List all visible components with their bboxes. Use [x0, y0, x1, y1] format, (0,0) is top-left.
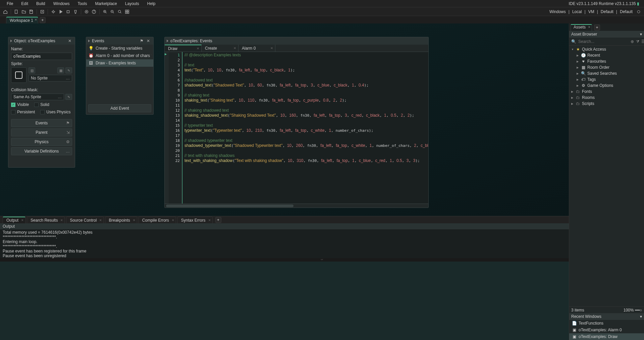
sprite-select[interactable]: No Sprite… [29, 75, 72, 81]
event-item-draw[interactable]: 🖼Draw - Examples texts [86, 59, 153, 67]
collapse-icon[interactable] [88, 40, 90, 42]
target-selector[interactable]: Windows | Local | VM | Default | Default [548, 8, 642, 15]
variable-definitions-button[interactable]: Variable Definitions… [11, 147, 72, 155]
asset-search-input[interactable] [578, 39, 629, 44]
parent-button[interactable]: Parent⇲ [11, 128, 72, 136]
recent-windows-header[interactable]: Recent Windows▾ [569, 313, 644, 320]
bottom-dock-splitter[interactable]: ︾ [0, 258, 644, 262]
quick-access-folder[interactable]: ▼★Quick Access [569, 46, 644, 52]
uses-physics-checkbox[interactable]: Uses Physics [40, 110, 70, 114]
close-icon[interactable]: ✕ [68, 39, 73, 43]
recent-item[interactable]: ▣oTextExamples: Alarm 0 [569, 327, 644, 333]
asset-tree[interactable]: ▼★Quick Access ▶🕘Recent ▶♥Favourites ▶▦R… [569, 46, 644, 306]
persistent-checkbox[interactable]: Persistent [11, 110, 35, 114]
output-tab-syntax[interactable]: Syntax Errors✕ [177, 217, 213, 223]
filter-icon[interactable]: ⧩ [636, 39, 639, 44]
breakpoint-gutter[interactable]: ▶ [165, 52, 169, 204]
close-icon[interactable]: ✕ [588, 25, 591, 29]
output-tab-search[interactable]: Search Results✕ [27, 217, 65, 223]
zoom-in-icon[interactable] [102, 8, 108, 15]
menu-windows[interactable]: Windows [49, 0, 74, 7]
folder-scripts[interactable]: ▶🗀Scripts [569, 101, 644, 107]
asset-browser-dropdown[interactable]: Asset Browser▾ [569, 31, 644, 38]
edit-image-button[interactable]: ✎ [65, 67, 72, 73]
visible-checkbox[interactable]: Visible [11, 102, 29, 107]
collapse-icon[interactable] [167, 40, 168, 42]
add-asset-icon[interactable]: ⊕ [631, 39, 634, 44]
save-icon[interactable] [28, 8, 35, 15]
edit-sprite-button[interactable]: ▦ [57, 67, 64, 73]
object-name-input[interactable]: oTextExamples [11, 53, 72, 60]
qa-recent[interactable]: ▶🕘Recent [569, 52, 644, 58]
recent-item[interactable]: 📄TextFunctions [569, 320, 644, 327]
output-tab-breakpoints[interactable]: Breakpoints✕ [105, 217, 137, 223]
qa-room-order[interactable]: ▶▦Room Order [569, 64, 644, 70]
assets-tab[interactable]: Assets✕ [571, 24, 592, 31]
collision-mask-select[interactable]: Same As Sprite… [11, 94, 64, 100]
add-workspace-button[interactable]: + [40, 17, 46, 23]
new-project-icon[interactable] [13, 8, 20, 15]
create-exe-icon[interactable] [39, 8, 46, 15]
events-button[interactable]: Events⚑ [11, 119, 72, 127]
code-tab-alarm0[interactable]: Alarm 0✕ [238, 45, 275, 52]
home-icon[interactable] [2, 8, 9, 15]
menu-icon[interactable]: ☰ [641, 39, 644, 44]
code-text[interactable]: /// @description Examples texts // text … [182, 52, 428, 204]
new-sprite-button[interactable]: ▧ [29, 67, 35, 73]
close-icon[interactable]: ✕ [35, 18, 37, 21]
add-event-button[interactable]: Add Event [88, 104, 151, 112]
output-tab-output[interactable]: Output✕ [3, 217, 25, 223]
clean-icon[interactable] [72, 8, 79, 15]
menu-layouts[interactable]: Layouts [121, 0, 143, 7]
workspace-tab[interactable]: Workspace 1✕ [6, 17, 38, 23]
close-icon[interactable]: ✕ [133, 219, 136, 222]
menu-file[interactable]: File [3, 0, 17, 7]
zoom-reset-icon[interactable] [116, 8, 123, 15]
sprite-preview[interactable] [11, 67, 26, 83]
menu-marketplace[interactable]: Marketplace [91, 0, 121, 7]
menu-build[interactable]: Build [32, 0, 49, 7]
qa-tags[interactable]: ▶🏷Tags [569, 76, 644, 82]
close-icon[interactable]: ✕ [208, 219, 211, 222]
event-item-create[interactable]: 💡Create - Starting variables [86, 45, 153, 52]
close-icon[interactable]: ✕ [99, 219, 102, 222]
stop-icon[interactable] [65, 8, 71, 15]
code-tab-create[interactable]: Create✕ [202, 45, 238, 52]
code-tab-draw[interactable]: Draw✕ [165, 45, 202, 52]
recent-item[interactable]: ▣oTextExamples: Draw [569, 333, 644, 340]
open-project-icon[interactable] [20, 8, 27, 15]
close-icon[interactable]: ✕ [233, 46, 236, 50]
collapse-icon[interactable] [10, 40, 12, 42]
output-tab-source[interactable]: Source Control✕ [66, 217, 104, 223]
add-assets-tab-button[interactable]: + [594, 24, 600, 31]
target-settings-icon[interactable] [635, 8, 642, 15]
debug-icon[interactable] [50, 8, 57, 15]
menu-edit[interactable]: Edit [17, 0, 32, 7]
workspace[interactable]: Object: oTextExamples ✕ Name: oTextExamp… [0, 23, 644, 216]
menu-tools[interactable]: Tools [73, 0, 91, 7]
folder-fonts[interactable]: ▶🗀Fonts [569, 89, 644, 95]
run-icon[interactable] [57, 8, 64, 15]
horizontal-scrollbar[interactable] [165, 204, 428, 208]
qa-saved-searches[interactable]: ▶🔍Saved Searches [569, 70, 644, 76]
notification-icon[interactable]: ▮ [637, 1, 639, 6]
event-item-alarm0[interactable]: ⏰Alarm 0 - add number of chars for typew… [86, 52, 153, 59]
solid-checkbox[interactable]: Solid [34, 102, 49, 107]
close-icon[interactable]: ✕ [172, 219, 174, 222]
close-icon[interactable]: ✕ [21, 219, 24, 222]
output-log[interactable]: Total memory used = 7614616(0x00742e42) … [0, 229, 644, 258]
add-output-tab-button[interactable]: + [215, 217, 221, 223]
zoom-out-icon[interactable] [109, 8, 116, 15]
menu-help[interactable]: Help [143, 0, 160, 7]
docking-icon[interactable] [124, 8, 130, 15]
help-icon[interactable]: ? [91, 8, 97, 15]
code-editor[interactable]: ▶ 12345678910111213141516171819202122 //… [165, 52, 428, 204]
folder-rooms[interactable]: ▶🗀Rooms [569, 95, 644, 101]
close-icon[interactable]: ✕ [147, 39, 151, 43]
close-icon[interactable]: ✕ [60, 219, 63, 222]
edit-mask-button[interactable]: ✎ [65, 94, 72, 100]
output-tab-compile[interactable]: Compile Errors✕ [139, 217, 176, 223]
close-icon[interactable]: ✕ [197, 47, 199, 50]
qa-game-options[interactable]: ▶⚙Game Options [569, 82, 644, 89]
game-options-icon[interactable] [83, 8, 90, 15]
